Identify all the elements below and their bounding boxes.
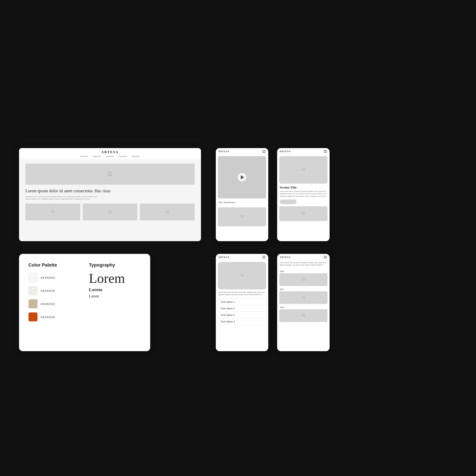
mobile-brand-2: ARTESA: [280, 150, 291, 153]
image-icon-2: 🖼: [108, 210, 112, 214]
color-hex-4: #XXXXXX: [41, 315, 55, 319]
color-swatch-1: [28, 273, 38, 282]
list-img-1: 🖼: [279, 273, 327, 286]
typography-right: Typography Lorem Lorem Lorem: [85, 262, 141, 325]
typo-subhead: Lorem: [89, 287, 141, 292]
list-img-icon-1: 🖼: [302, 278, 305, 281]
mobile-small-icon-2: 🖼: [302, 212, 305, 215]
title-label-3: Title: [279, 305, 327, 309]
mobile-nav-2: ARTESA: [277, 148, 330, 154]
hamburger-line: [262, 152, 266, 153]
desktop-bottom-images: 🖼 🖼 🖼: [25, 204, 195, 221]
palette-grid: Color Palette #XXXXXX #XXXXXX #XXXXXX #X…: [28, 262, 141, 325]
mobile-cta-button[interactable]: [280, 200, 297, 204]
mobile-brand-4: ARTESA: [280, 256, 291, 258]
desktop-mockup: ARTESA Section Section Section Section S…: [19, 148, 201, 241]
typo-display: Lorem: [89, 272, 141, 285]
hamburger-line: [324, 151, 327, 152]
mobile-small-img-2: 🖼: [279, 206, 327, 221]
mobile-body-text-4: Lorem ipsum dolor sit amet consectetur. …: [277, 260, 330, 268]
image-placeholder-icon: 🖼: [107, 171, 113, 177]
hamburger-icon-4[interactable]: [324, 256, 327, 258]
desktop-bottom-image-3: 🖼: [140, 204, 195, 221]
club-option-2[interactable]: Club Option 2: [218, 305, 266, 312]
hamburger-icon-1[interactable]: [262, 150, 266, 153]
mobile-mockup-4: ARTESA Lorem ipsum dolor sit amet consec…: [277, 254, 330, 351]
typo-body: Lorem: [89, 294, 141, 299]
title-with-img-2: Title 🖼: [279, 287, 327, 304]
mobile-mockup-1: ARTESA Title. Introduction 🖼: [216, 148, 268, 241]
title-with-img-3: Title 🖼: [279, 305, 327, 322]
desktop-bottom-image-1: 🖼: [25, 204, 80, 221]
desktop-bottom-image-2: 🖼: [83, 204, 137, 221]
desktop-nav-links: Section Section Section Section Section: [80, 155, 140, 157]
color-swatch-2: [28, 286, 38, 295]
title-with-img-1: Title 🖼: [279, 269, 327, 286]
hamburger-line: [262, 150, 266, 151]
desktop-body-text: Lorem ipsum dolor sit amet consectetur. …: [25, 196, 97, 200]
club-option-4[interactable]: Club Option 4: [218, 318, 266, 325]
typography-label: Typography: [89, 262, 141, 268]
mobile-card-body-3: Lorem ipsum dolor sit amet consectetur. …: [216, 289, 268, 298]
club-options-list: Club Option 1 Club Option 2 Club Option …: [218, 299, 266, 325]
mobile-nav-1: ARTESA: [216, 148, 268, 154]
nav-link-4[interactable]: Section: [119, 155, 127, 157]
mobile-bottom-img-1: 🖼: [218, 207, 266, 226]
mobile-mockup-2: ARTESA 🖼 Section Title Lorem ipsum dolor…: [277, 148, 330, 241]
color-row-4: #XXXXXX: [28, 312, 85, 322]
play-button[interactable]: [238, 173, 246, 182]
title-label-2: Title: [279, 287, 327, 291]
mobile-brand-3: ARTESA: [218, 256, 229, 258]
play-triangle-icon: [241, 175, 244, 179]
color-row-3: #XXXXXX: [28, 299, 85, 308]
color-swatch-4: [28, 312, 38, 322]
mobile-card-icon-3: 🖼: [240, 274, 243, 277]
hamburger-line: [262, 257, 266, 257]
hamburger-icon-3[interactable]: [262, 256, 266, 258]
nav-link-5[interactable]: Section: [132, 155, 140, 157]
desktop-content: 🖼 Lorem ipsum dolor sit amet consectetur…: [19, 160, 201, 224]
color-row-2: #XXXXXX: [28, 286, 85, 295]
mobile-card-img-3: 🖼: [218, 262, 266, 289]
hamburger-line: [324, 256, 327, 256]
nav-link-3[interactable]: Section: [106, 155, 114, 157]
club-option-3[interactable]: Club Option 3: [218, 312, 266, 318]
image-icon-1: 🖼: [51, 210, 54, 214]
mobile-img-icon: 🖼: [240, 215, 243, 219]
color-hex-2: #XXXXXX: [41, 289, 55, 293]
mobile-nav-4: ARTESA: [277, 254, 330, 260]
hamburger-line: [324, 258, 327, 258]
canvas: ARTESA Section Section Section Section S…: [0, 0, 476, 476]
hamburger-line: [262, 151, 266, 152]
mobile-img-icon-2: 🖼: [302, 168, 305, 171]
mobile-section-title: Section Title: [277, 184, 330, 190]
color-row-1: #XXXXXX: [28, 273, 85, 282]
desktop-brand: ARTESA: [101, 150, 119, 154]
club-option-1[interactable]: Club Option 1: [218, 299, 266, 305]
nav-link-2[interactable]: Section: [93, 155, 101, 157]
hamburger-line: [324, 150, 327, 151]
hamburger-line: [324, 152, 327, 153]
palette-left: Color Palette #XXXXXX #XXXXXX #XXXXXX #X…: [28, 262, 85, 325]
hamburger-line: [262, 258, 266, 258]
mobile-video-area: [218, 156, 266, 198]
mobile-section-body: Lorem ipsum dolor sit amet consectetur. …: [277, 190, 330, 197]
desktop-nav: ARTESA Section Section Section Section S…: [19, 148, 201, 160]
desktop-heading: Lorem ipsum dolor sit amet consectetur. …: [25, 188, 195, 194]
list-img-icon-2: 🖼: [302, 296, 305, 299]
image-icon-3: 🖼: [166, 210, 169, 214]
color-hex-3: #XXXXXX: [41, 302, 55, 306]
mobile-nav-3: ARTESA: [216, 254, 268, 260]
list-img-2: 🖼: [279, 291, 327, 304]
color-swatch-3: [28, 299, 38, 308]
list-img-3: 🖼: [279, 309, 327, 322]
desktop-hero-image: 🖼: [25, 164, 195, 185]
hamburger-icon-2[interactable]: [324, 150, 327, 153]
nav-link-1[interactable]: Section: [80, 155, 88, 157]
hamburger-line: [324, 257, 327, 257]
list-img-icon-3: 🖼: [302, 314, 305, 317]
title-label-1: Title: [279, 269, 327, 273]
mobile-top-img-2: 🖼: [279, 156, 327, 184]
color-palette-label: Color Palette: [28, 262, 85, 268]
color-hex-1: #XXXXXX: [41, 276, 55, 279]
